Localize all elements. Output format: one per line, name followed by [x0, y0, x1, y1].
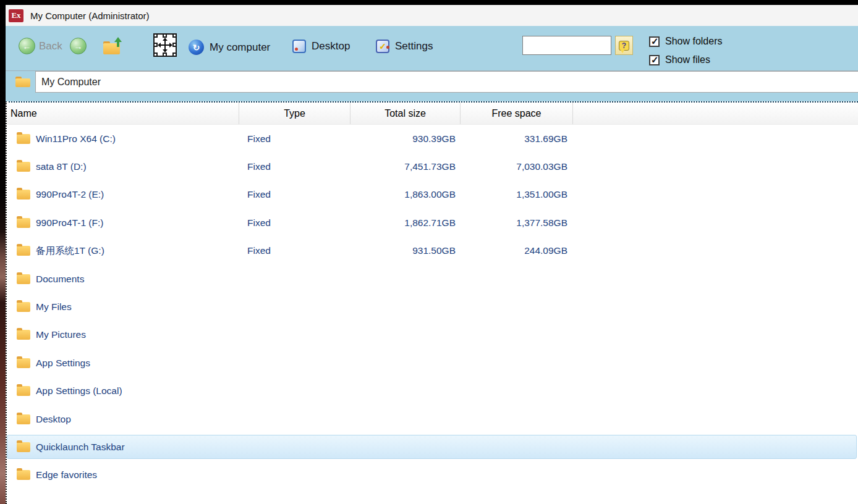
checkbox[interactable]	[649, 36, 660, 47]
checkbox[interactable]	[649, 55, 660, 65]
back-label: Back	[39, 40, 62, 52]
checkbox-label: Show folders	[665, 36, 723, 47]
explorer-window: Ex My Computer (Administrator) ← Back →	[6, 5, 858, 504]
toolbar-lower-strip	[6, 93, 858, 101]
column-header-total-size[interactable]: Total size	[350, 103, 461, 124]
show-option-1[interactable]: Show files	[649, 51, 723, 69]
checkbox-label: Show files	[665, 54, 710, 65]
address-input[interactable]	[35, 71, 858, 93]
item-free-space: 7,030.03GB	[461, 161, 573, 172]
desktop-label: Desktop	[312, 40, 350, 52]
search-input[interactable]	[522, 36, 611, 55]
table-row[interactable]: Quicklaunch Taskbar	[7, 433, 858, 461]
show-options: Show foldersShow files	[649, 32, 723, 69]
desktop-button[interactable]: Desktop	[292, 40, 350, 53]
item-total-size: 1,862.71GB	[350, 217, 461, 229]
item-name: Edge favorites	[36, 469, 97, 481]
table-row[interactable]: My Pictures	[7, 321, 858, 349]
folder-icon	[17, 134, 30, 144]
folder-icon	[17, 218, 30, 228]
folder-icon	[17, 442, 30, 452]
settings-button[interactable]: ✓ Settings	[376, 40, 433, 53]
my-computer-icon: ↻	[189, 40, 204, 55]
table-row[interactable]: sata 8T (D:)Fixed7,451.73GB7,030.03GB	[7, 153, 858, 180]
item-type: Fixed	[239, 161, 350, 172]
item-free-space: 1,351.00GB	[461, 189, 573, 200]
folder-icon	[17, 162, 30, 172]
column-header-free-space[interactable]: Free space	[461, 103, 573, 124]
item-type: Fixed	[239, 133, 350, 145]
forward-button[interactable]: →	[70, 38, 87, 54]
table-row[interactable]: 备用系统1T (G:)Fixed931.50GB244.09GB	[7, 237, 858, 265]
titlebar: Ex My Computer (Administrator)	[6, 5, 858, 26]
item-name: My Files	[36, 301, 72, 313]
folder-icon	[17, 190, 30, 200]
up-folder-button[interactable]	[103, 40, 123, 54]
folder-icon	[17, 386, 30, 396]
folder-icon	[17, 246, 30, 256]
desktop-wallpaper-edge	[0, 0, 6, 504]
item-total-size: 930.39GB	[350, 133, 461, 145]
item-free-space: 244.09GB	[461, 245, 573, 256]
folder-icon	[17, 358, 30, 368]
item-free-space: 331.69GB	[461, 133, 573, 145]
settings-label: Settings	[395, 40, 433, 52]
my-computer-label: My computer	[210, 41, 270, 54]
item-name: 备用系统1T (G:)	[36, 245, 104, 258]
help-icon: ?	[619, 41, 629, 51]
table-row[interactable]: App Settings (Local)	[7, 377, 858, 405]
table-row[interactable]: Edge favorites	[7, 461, 858, 489]
item-name: Quicklaunch Taskbar	[36, 442, 125, 453]
table-row[interactable]: Documents	[7, 265, 858, 293]
table-row[interactable]: 990Pro4T-2 (E:)Fixed1,863.00GB1,351.00GB	[7, 181, 858, 209]
item-total-size: 931.50GB	[350, 245, 461, 256]
table-row[interactable]: App Settings	[7, 349, 858, 377]
table-row[interactable]: Win11Pro X64 (C:)Fixed930.39GB331.69GB	[7, 125, 858, 153]
item-name: App Settings	[36, 358, 90, 369]
app-logo-icon: Ex	[9, 9, 23, 22]
help-button[interactable]: ?	[615, 36, 633, 55]
folder-icon	[17, 302, 30, 312]
item-name: My Pictures	[36, 329, 86, 340]
address-folder-icon	[15, 76, 30, 87]
my-computer-button[interactable]: ↻ My computer	[189, 40, 270, 55]
folder-icon	[17, 470, 30, 480]
item-total-size: 7,451.73GB	[350, 161, 461, 172]
item-free-space: 1,377.58GB	[461, 217, 573, 229]
show-option-0[interactable]: Show folders	[649, 32, 723, 51]
back-arrow-icon: ←	[23, 41, 32, 51]
table-row[interactable]: Desktop	[7, 405, 858, 433]
list-pane: Name Type Total size Free space Win11Pro…	[6, 101, 858, 504]
folder-icon	[17, 414, 30, 424]
desktop-icon	[292, 40, 306, 53]
item-total-size: 1,863.00GB	[350, 189, 461, 200]
up-arrow-icon	[114, 37, 122, 42]
item-type: Fixed	[239, 217, 350, 229]
window-title: My Computer (Administrator)	[30, 10, 150, 21]
item-name: Documents	[36, 274, 84, 285]
item-name: Win11Pro X64 (C:)	[36, 133, 116, 145]
column-header-filler	[573, 103, 858, 124]
folder-icon	[17, 274, 30, 284]
forward-arrow-icon: →	[74, 41, 83, 51]
item-name: App Settings (Local)	[36, 385, 122, 397]
toolbar: ← Back → ↻ My computer	[6, 26, 858, 70]
item-name: sata 8T (D:)	[36, 161, 87, 172]
file-list: Win11Pro X64 (C:)Fixed930.39GB331.69GBsa…	[7, 125, 858, 489]
column-header-name[interactable]: Name	[7, 103, 239, 124]
folder-icon	[17, 330, 30, 340]
column-header-type[interactable]: Type	[239, 103, 350, 124]
address-bar	[6, 70, 858, 93]
back-button[interactable]: ←	[19, 38, 35, 54]
item-name: 990Pro4T-1 (F:)	[36, 217, 103, 229]
list-header: Name Type Total size Free space	[7, 103, 858, 125]
grid-move-icon[interactable]	[153, 33, 177, 57]
item-name: Desktop	[36, 414, 71, 425]
item-type: Fixed	[239, 245, 350, 256]
table-row[interactable]: My Files	[7, 293, 858, 321]
item-name: 990Pro4T-2 (E:)	[36, 189, 104, 200]
settings-icon: ✓	[376, 40, 389, 53]
table-row[interactable]: 990Pro4T-1 (F:)Fixed1,862.71GB1,377.58GB	[7, 209, 858, 237]
item-type: Fixed	[239, 189, 350, 200]
